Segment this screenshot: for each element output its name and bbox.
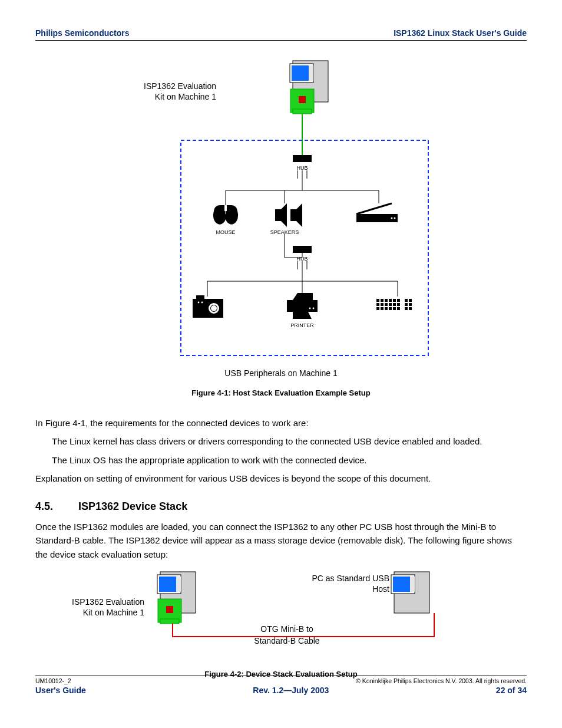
camera-icon [193, 295, 223, 318]
fig2-cable-l1: OTG Mini-B to [260, 624, 313, 634]
para-device-stack: Once the ISP1362 modules are loaded, you… [35, 520, 527, 561]
svg-rect-45 [393, 299, 396, 302]
page-header: Philips Semiconductors ISP1362 Linux Sta… [35, 28, 527, 41]
fig2-kit-l1: ISP1362 Evaluation [72, 597, 144, 607]
header-right: ISP1362 Linux Stack User's Guide [394, 28, 527, 38]
svg-rect-48 [381, 303, 384, 306]
svg-rect-57 [393, 307, 396, 310]
section-heading-4-5: 4.5. ISP1362 Device Stack [35, 500, 527, 513]
para-requirements: In Figure 4-1, the requirements for the … [35, 416, 527, 430]
svg-rect-38 [287, 300, 318, 312]
svg-point-39 [313, 308, 315, 309]
footer-left: User's Guide [35, 686, 86, 695]
svg-point-37 [201, 302, 203, 304]
figure-4-2: ISP1362 Evaluation Kit on Machine 1 PC a… [35, 566, 527, 666]
svg-rect-5 [299, 96, 306, 103]
svg-rect-53 [376, 307, 379, 310]
figure-4-1: ISP1362 Evaluation Kit on Machine 1 [35, 55, 527, 397]
bullet-2: The Linux OS has the appropriate applica… [35, 453, 527, 467]
svg-rect-64 [409, 307, 412, 310]
svg-rect-70 [166, 606, 173, 613]
svg-point-19 [391, 218, 393, 219]
svg-point-20 [394, 218, 396, 219]
fig2-left-computer-icon [157, 572, 196, 624]
svg-rect-43 [385, 299, 388, 302]
mouse-icon [213, 205, 238, 225]
header-left: Philips Semiconductors [35, 28, 129, 38]
svg-rect-60 [409, 299, 412, 302]
fig1-kit-label-l1: ISP1362 Evaluation [144, 81, 216, 91]
svg-rect-41 [376, 299, 379, 302]
footer-center: Rev. 1.2—July 2003 [253, 686, 329, 695]
svg-rect-49 [385, 303, 388, 306]
svg-rect-6 [293, 109, 312, 114]
bullet-1: The Linux kernel has class drivers or dr… [35, 434, 527, 448]
fig1-kit-label-l2: Kit on Machine 1 [155, 92, 216, 101]
fig2-right-computer-icon [391, 572, 429, 613]
svg-rect-46 [397, 299, 400, 302]
svg-rect-51 [393, 303, 396, 306]
hub1-icon [293, 155, 312, 162]
footer-doc-id: UM10012-_2 [35, 677, 71, 684]
svg-rect-74 [393, 577, 413, 592]
svg-rect-58 [397, 307, 400, 310]
printer-icon [287, 293, 318, 319]
computer-top-icon [290, 61, 328, 114]
svg-rect-59 [405, 299, 408, 302]
svg-rect-71 [160, 619, 179, 624]
section-num: 4.5. [35, 500, 75, 513]
svg-rect-75 [410, 577, 415, 592]
svg-rect-47 [376, 303, 379, 306]
page-footer: UM10012-_2 © Koninklijke Philips Electro… [35, 676, 527, 695]
svg-rect-2 [292, 65, 312, 81]
svg-rect-32 [196, 295, 204, 300]
fig2-kit-l2: Kit on Machine 1 [83, 608, 144, 617]
svg-rect-54 [381, 307, 384, 310]
svg-rect-56 [389, 307, 392, 310]
fig2-host-l1: PC as Standard USB [312, 574, 389, 583]
hub1-label: HUB [296, 165, 308, 171]
svg-rect-67 [159, 577, 179, 592]
footer-right: 22 of 34 [496, 686, 527, 695]
fig1-title: Figure 4-1: Host Stack Evaluation Exampl… [35, 388, 527, 397]
figure-4-1-svg: ISP1362 Evaluation Kit on Machine 1 [98, 55, 464, 361]
printer-label: PRINTER [290, 322, 314, 328]
svg-rect-44 [389, 299, 392, 302]
svg-rect-50 [389, 303, 392, 306]
mouse-label: MOUSE [216, 229, 235, 235]
svg-rect-16 [224, 205, 227, 211]
speakers-icon [275, 203, 302, 227]
svg-rect-63 [405, 307, 408, 310]
fig2-host-l2: Host [372, 584, 389, 594]
scanner-icon [356, 203, 398, 222]
svg-rect-62 [409, 303, 412, 306]
svg-point-40 [309, 308, 311, 309]
svg-rect-52 [397, 303, 400, 306]
fig2-cable-l2: Standard-B Cable [254, 636, 320, 645]
svg-rect-61 [405, 303, 408, 306]
svg-rect-42 [381, 299, 384, 302]
figure-4-2-svg: ISP1362 Evaluation Kit on Machine 1 PC a… [57, 566, 505, 666]
footer-copyright: © Koninklijke Philips Electronics N.V. 2… [356, 677, 527, 684]
svg-point-35 [211, 305, 217, 311]
keyboard-icon [376, 299, 412, 310]
svg-rect-55 [385, 307, 388, 310]
svg-rect-68 [176, 577, 181, 592]
hub2-label: HUB [296, 256, 308, 262]
section-title: ISP1362 Device Stack [78, 500, 187, 512]
para-scope: Explanation on setting of environment fo… [35, 472, 527, 485]
svg-rect-3 [309, 65, 313, 81]
fig1-caption: USB Peripherals on Machine 1 [35, 368, 527, 378]
svg-point-36 [198, 302, 200, 304]
svg-line-17 [356, 203, 392, 214]
hub2-icon [293, 246, 312, 253]
